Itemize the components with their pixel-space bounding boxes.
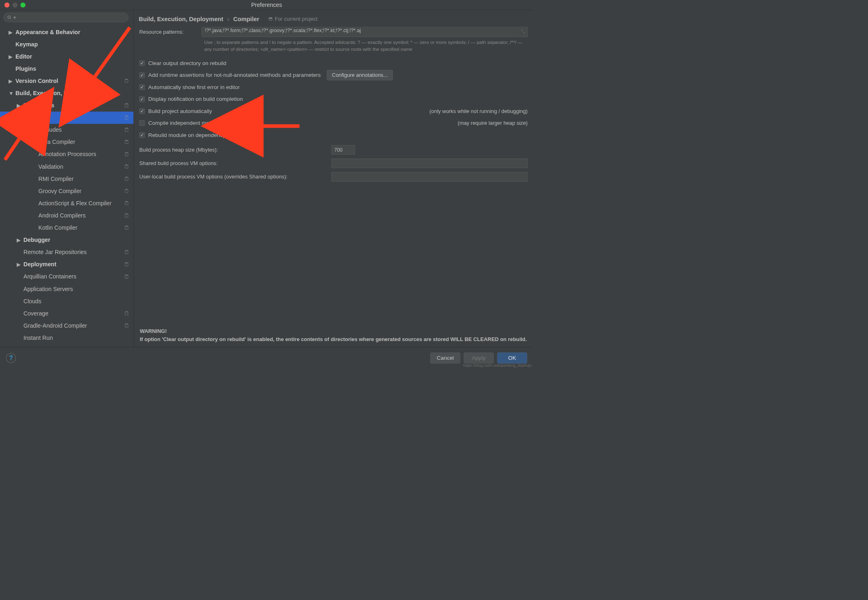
sidebar-item-javacompiler[interactable]: Java Compiler xyxy=(0,136,134,148)
build-auto-label: Build project automatically xyxy=(148,108,212,114)
checkbox-icon xyxy=(139,72,145,78)
expand-arrow-icon: ▶ xyxy=(17,102,22,109)
sidebar-item-label: Clouds xyxy=(24,298,41,305)
sidebar-item-kotlin[interactable]: Kotlin Compiler xyxy=(0,222,134,234)
sidebar-item-label: Editor xyxy=(15,53,32,60)
sidebar-item-label: Appearance & Behavior xyxy=(15,29,80,36)
rebuild-dependency-checkbox[interactable]: Rebuild module on dependency change xyxy=(139,129,528,141)
sidebar-item-clouds[interactable]: Clouds xyxy=(0,295,134,307)
compile-parallel-label: Compile independent modules in parallel xyxy=(148,120,247,126)
sidebar-item-validation[interactable]: Validation xyxy=(0,161,134,173)
svg-point-0 xyxy=(8,16,10,18)
sidebar-item-buildtools[interactable]: ▶Build Tools xyxy=(0,99,134,111)
svg-rect-7 xyxy=(126,116,127,117)
sidebar-item-remotejar[interactable]: Remote Jar Repositories xyxy=(0,246,134,259)
search-icon xyxy=(7,15,12,20)
sidebar-item-deployment[interactable]: ▶Deployment xyxy=(0,259,134,271)
sidebar-item-rmi[interactable]: RMI Compiler xyxy=(0,173,134,185)
svg-rect-9 xyxy=(126,128,127,129)
watermark: https://blog.csdn.net/qianfeng_dashuju xyxy=(463,363,532,367)
settings-tree: ▶Appearance & BehaviorKeymap▶EditorPlugi… xyxy=(0,25,134,347)
svg-rect-13 xyxy=(126,152,127,153)
project-scope-icon xyxy=(124,323,129,329)
resource-patterns-hint: Use ; to separate patterns and ! to nega… xyxy=(139,39,528,53)
sidebar-item-label: Kotlin Compiler xyxy=(39,224,78,231)
svg-rect-3 xyxy=(126,79,127,80)
sidebar-item-gradleandroid[interactable]: Gradle-Android Compiler xyxy=(0,320,134,332)
compile-parallel-checkbox[interactable]: Compile independent modules in parallel … xyxy=(139,117,528,129)
sidebar-item-instantrun[interactable]: Instant Run xyxy=(0,332,134,344)
resource-patterns-label: Resource patterns: xyxy=(139,27,202,35)
build-auto-checkbox[interactable]: Build project automatically (only works … xyxy=(139,105,528,117)
sidebar-item-android[interactable]: Android Compilers xyxy=(0,209,134,222)
sidebar-item-excludes[interactable]: Excludes xyxy=(0,124,134,136)
sidebar-item-editor[interactable]: ▶Editor xyxy=(0,50,134,63)
project-scope-icon xyxy=(124,311,129,317)
sidebar-item-debugger[interactable]: ▶Debugger xyxy=(0,234,134,246)
sidebar-item-keymap[interactable]: Keymap xyxy=(0,38,134,50)
clear-output-label: Clear output directory on rebuild xyxy=(148,60,226,66)
svg-rect-37 xyxy=(269,17,272,18)
warning-text: WARNING! If option 'Clear output directo… xyxy=(140,327,528,343)
sidebar-item-plugins[interactable]: Plugins xyxy=(0,63,134,75)
auto-first-error-checkbox[interactable]: Automatically show first error in editor xyxy=(139,81,528,93)
shared-vm-options-label: Shared build process VM options: xyxy=(139,160,332,166)
sidebar-item-label: Plugins xyxy=(15,65,36,72)
build-notification-label: Display notification on build completion xyxy=(148,96,243,102)
build-auto-note: (only works while not running / debuggin… xyxy=(425,108,528,114)
project-scope-icon xyxy=(124,176,129,183)
help-button[interactable]: ? xyxy=(6,353,16,363)
sidebar: ▾ ▶Appearance & BehaviorKeymap▶EditorPlu… xyxy=(0,10,134,347)
sidebar-item-compiler[interactable]: ▼Compiler xyxy=(0,112,134,124)
expand-arrow-icon: ▶ xyxy=(9,29,13,35)
configure-annotations-button[interactable]: Configure annotations... xyxy=(327,70,393,80)
rebuild-dependency-label: Rebuild module on dependency change xyxy=(148,132,245,138)
ok-button[interactable]: OK xyxy=(497,352,527,363)
svg-rect-31 xyxy=(126,275,127,276)
sidebar-item-coverage[interactable]: Coverage xyxy=(0,307,134,320)
svg-rect-17 xyxy=(126,177,127,178)
sidebar-item-vcs[interactable]: ▶Version Control xyxy=(0,75,134,87)
project-scope-icon xyxy=(124,78,129,85)
heap-size-input[interactable] xyxy=(332,145,355,154)
expand-arrow-icon: ▼ xyxy=(17,115,22,121)
resource-patterns-input[interactable]: !?*.java;!?*.form;!?*.class;!?*.groovy;!… xyxy=(202,27,527,37)
sidebar-item-label: Instant Run xyxy=(24,335,53,341)
clear-output-checkbox[interactable]: Clear output directory on rebuild xyxy=(139,57,528,69)
runtime-assertions-checkbox[interactable]: Add runtime assertions for not-null-anno… xyxy=(139,69,321,81)
sidebar-item-arq[interactable]: Arquillian Containers xyxy=(0,271,134,283)
svg-rect-29 xyxy=(126,263,127,263)
sidebar-item-asflex[interactable]: ActionScript & Flex Compiler xyxy=(0,197,134,209)
search-input[interactable]: ▾ xyxy=(4,13,128,22)
project-scope-icon xyxy=(124,250,129,256)
sidebar-item-label: Build, Execution, Deployment xyxy=(15,90,96,97)
checkbox-icon xyxy=(139,61,145,66)
sidebar-item-label: Keymap xyxy=(15,41,38,48)
sidebar-item-label: Remote Jar Repositories xyxy=(24,249,87,256)
expand-icon[interactable] xyxy=(521,29,525,35)
sidebar-item-label: Validation xyxy=(39,163,63,170)
for-current-project-label: For current project xyxy=(268,16,317,22)
apply-button[interactable]: Apply xyxy=(464,352,494,363)
user-vm-options-input[interactable] xyxy=(332,172,528,181)
build-notification-checkbox[interactable]: Display notification on build completion xyxy=(139,93,528,105)
sidebar-item-appearance[interactable]: ▶Appearance & Behavior xyxy=(0,26,134,38)
cancel-button[interactable]: Cancel xyxy=(430,352,460,363)
sidebar-item-label: Application Servers xyxy=(24,286,73,293)
sidebar-item-appsrv[interactable]: Application Servers xyxy=(0,283,134,295)
crumb-a: Build, Execution, Deployment xyxy=(139,15,223,22)
sidebar-item-label: Excludes xyxy=(39,126,62,133)
shared-vm-options-input[interactable] xyxy=(332,159,528,168)
svg-rect-25 xyxy=(126,226,127,227)
sidebar-item-groovy[interactable]: Groovy Compiler xyxy=(0,185,134,197)
user-vm-options-label: User-local build process VM options (ove… xyxy=(139,174,332,180)
main-panel: Build, Execution, Deployment › Compiler … xyxy=(134,10,533,347)
sidebar-item-bed[interactable]: ▼Build, Execution, Deployment xyxy=(0,87,134,99)
checkbox-icon xyxy=(139,109,145,114)
bottom-bar: ? Cancel Apply OK xyxy=(0,347,533,369)
project-scope-icon xyxy=(124,201,129,207)
sidebar-item-label: Debugger xyxy=(24,237,50,243)
sidebar-item-annproc[interactable]: Annotation Processors xyxy=(0,148,134,161)
sidebar-item-label: Gradle-Android Compiler xyxy=(24,322,87,329)
project-scope-icon xyxy=(124,103,129,109)
